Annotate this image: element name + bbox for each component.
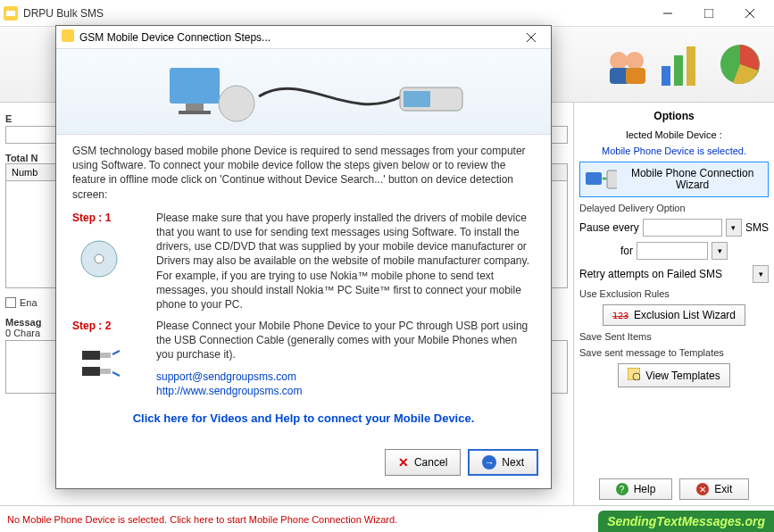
dialog-footer: ✕ Cancel → Next <box>56 442 551 488</box>
exclusion-icon: 1̶2̶3̶ <box>612 311 628 320</box>
exclusion-label: Use Exclusion Rules <box>579 288 769 299</box>
svg-rect-28 <box>404 91 430 107</box>
options-title: Options <box>579 108 769 124</box>
pause-label: Pause every <box>579 221 639 234</box>
dialog-title: GSM Mobile Device Connection Steps... <box>79 31 517 44</box>
step1-text: Please make sure that you have properly … <box>156 211 535 312</box>
svg-point-17 <box>604 178 607 180</box>
site-link[interactable]: http://www.sendgroupsms.com <box>156 384 535 398</box>
svg-rect-10 <box>662 66 670 86</box>
svg-point-30 <box>95 254 104 263</box>
svg-point-8 <box>626 52 644 70</box>
save-sent-label: Save Sent Items <box>579 331 769 342</box>
cancel-icon: ✕ <box>398 455 409 470</box>
sms-suffix: SMS <box>745 221 769 234</box>
svg-rect-1 <box>6 11 15 16</box>
step2-text: Please Connect your Mobile Phone Device … <box>156 319 535 362</box>
svg-rect-23 <box>170 68 220 104</box>
svg-rect-31 <box>82 351 100 360</box>
cancel-button[interactable]: ✕ Cancel <box>385 449 461 476</box>
maximize-button[interactable] <box>688 0 729 27</box>
help-button[interactable]: ? Help <box>599 478 673 500</box>
options-pane: Options lected Mobile Device : Mobile Ph… <box>573 103 774 505</box>
svg-rect-12 <box>687 46 695 86</box>
gsm-connection-dialog: GSM Mobile Device Connection Steps... GS… <box>55 25 552 489</box>
next-button[interactable]: → Next <box>468 449 538 476</box>
view-templates-button[interactable]: View Templates <box>618 363 730 387</box>
connection-wizard-button[interactable]: Mobile Phone Connection Wizard <box>579 162 769 197</box>
main-title: DRPU Bulk SMS <box>23 7 647 20</box>
monitor-phone-icon <box>586 169 617 190</box>
svg-rect-14 <box>586 172 602 185</box>
minimize-button[interactable] <box>647 0 688 27</box>
selected-device-label: lected Mobile Device : <box>579 129 769 140</box>
svg-rect-3 <box>704 9 713 18</box>
dialog-content: GSM technology based mobile phone Device… <box>56 135 551 442</box>
pause-select[interactable] <box>643 219 722 237</box>
templates-icon <box>628 368 640 383</box>
enable-label: Ena <box>20 297 37 308</box>
main-titlebar: DRPU Bulk SMS <box>0 0 774 27</box>
bar-chart-icon <box>658 39 708 89</box>
exclusion-wizard-button[interactable]: 1̶2̶3̶ Exclusion List Wizard <box>603 304 745 326</box>
retry-label: Retry attempts on Failed SMS <box>579 268 749 280</box>
video-help-link[interactable]: Click here for Videos and Help to connec… <box>72 411 535 427</box>
status-text[interactable]: No Mobile Phone Device is selected. Clic… <box>7 514 397 525</box>
dialog-intro: GSM technology based mobile phone Device… <box>72 144 535 202</box>
for-label: for <box>620 245 633 257</box>
save-template-label: Save sent message to Templates <box>579 347 769 358</box>
svg-rect-32 <box>100 353 111 358</box>
for-select[interactable] <box>637 242 708 260</box>
dialog-icon <box>62 29 74 45</box>
step1-label: Step : 1 <box>72 211 144 225</box>
exit-button[interactable]: ✕ Exit <box>679 478 749 500</box>
dialog-close-button[interactable] <box>517 27 545 48</box>
svg-rect-25 <box>179 111 211 114</box>
enable-checkbox[interactable] <box>5 297 16 308</box>
next-arrow-icon: → <box>482 455 496 470</box>
svg-point-26 <box>219 86 254 121</box>
svg-rect-9 <box>626 68 645 84</box>
svg-point-6 <box>610 52 628 70</box>
support-link[interactable]: support@sendgroupsms.com <box>156 370 535 384</box>
people-icon <box>601 39 651 89</box>
svg-rect-11 <box>674 55 683 86</box>
exit-icon: ✕ <box>696 483 709 495</box>
pie-chart-icon <box>715 39 765 89</box>
dialog-titlebar: GSM Mobile Device Connection Steps... <box>56 26 551 49</box>
usb-icon <box>72 333 126 383</box>
delayed-label: Delayed Delivery Option <box>579 203 769 213</box>
for-arrow[interactable]: ▾ <box>712 242 728 260</box>
svg-rect-33 <box>82 367 100 376</box>
svg-rect-20 <box>62 29 74 42</box>
dialog-hero-graphic <box>56 49 551 135</box>
pause-arrow[interactable]: ▾ <box>726 219 742 237</box>
retry-arrow[interactable]: ▾ <box>753 265 769 283</box>
branding-badge: SendingTextMessages.org <box>598 511 774 532</box>
svg-rect-24 <box>186 104 204 111</box>
svg-rect-34 <box>100 369 111 374</box>
selected-device-value: Mobile Phone Device is selected. <box>579 145 769 156</box>
svg-rect-15 <box>607 170 617 188</box>
app-icon <box>4 6 18 21</box>
help-icon: ? <box>616 483 628 495</box>
step2-label: Step : 2 <box>72 319 144 333</box>
close-main-button[interactable] <box>729 0 770 27</box>
cd-icon <box>72 225 126 280</box>
